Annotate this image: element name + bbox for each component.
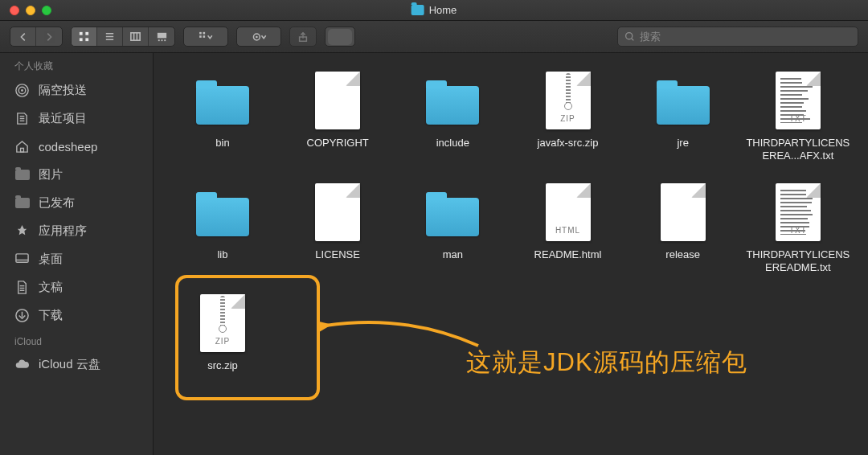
view-list-button[interactable] [97, 27, 123, 46]
window-title: Home [411, 4, 457, 16]
sidebar-item-applications[interactable]: 应用程序 [0, 217, 153, 245]
file-label: include [436, 137, 469, 150]
file-item[interactable]: TXTTHIRDPARTYLICENSEREADME.txt [743, 182, 853, 275]
svg-rect-16 [199, 35, 202, 38]
file-icon: TXT [768, 71, 828, 130]
view-gallery-button[interactable] [149, 27, 174, 46]
svg-point-19 [256, 35, 258, 38]
file-label: jre [677, 137, 688, 150]
file-item[interactable]: LICENSE [283, 182, 392, 275]
sidebar-item-label: 下载 [39, 308, 63, 323]
file-icon [193, 71, 252, 130]
file-icon [653, 182, 713, 242]
tags-button[interactable] [325, 27, 355, 47]
group-sort-dropdown[interactable] [183, 27, 228, 47]
file-item[interactable]: include [398, 71, 507, 163]
file-item[interactable]: jre [628, 71, 738, 163]
file-label: bin [215, 137, 229, 150]
file-icon [308, 71, 367, 130]
svg-rect-31 [16, 254, 28, 262]
sidebar-section-favorites: 个人收藏 [0, 53, 153, 76]
file-item[interactable]: release [628, 182, 738, 275]
title-bar: Home [0, 0, 868, 21]
forward-button[interactable] [36, 27, 62, 46]
file-icon: ZIP [538, 71, 598, 130]
sidebar-item-label: 隔空投送 [39, 83, 87, 98]
sidebar-item-home[interactable]: codesheep [0, 133, 153, 161]
share-button[interactable] [289, 27, 317, 47]
apps-icon [14, 223, 30, 239]
file-icon [193, 182, 252, 242]
file-item[interactable]: bin [168, 71, 277, 163]
file-item[interactable]: lib [168, 182, 277, 275]
svg-rect-13 [164, 39, 166, 41]
search-icon [624, 31, 635, 42]
file-item[interactable]: TXTTHIRDPARTYLICENSEREA...AFX.txt [743, 71, 853, 163]
main-body: 个人收藏 隔空投送 最近项目 codesheep 图片 已发布 应用程序 桌面 [0, 53, 868, 455]
svg-rect-30 [21, 148, 24, 152]
fullscreen-window-button[interactable] [42, 6, 51, 15]
file-item[interactable]: HTMLREADME.html [514, 182, 623, 275]
svg-rect-0 [80, 32, 83, 35]
toolbar [0, 21, 868, 53]
recents-icon [14, 111, 30, 126]
cloud-icon [14, 357, 30, 372]
search-field[interactable] [617, 27, 858, 47]
search-input[interactable] [640, 31, 851, 43]
back-button[interactable] [10, 27, 36, 46]
sidebar-item-label: iCloud 云盘 [39, 357, 100, 372]
sidebar-item-label: codesheep [39, 140, 97, 154]
file-item[interactable]: ZIPjavafx-src.zip [514, 71, 623, 163]
window-controls [10, 6, 51, 15]
sidebar-item-label: 文稿 [39, 280, 63, 295]
svg-rect-12 [161, 39, 162, 41]
sidebar-item-label: 图片 [39, 167, 63, 182]
file-icon [423, 71, 482, 130]
sidebar-item-documents[interactable]: 文稿 [0, 273, 153, 301]
svg-rect-1 [85, 32, 88, 35]
svg-rect-15 [203, 31, 206, 34]
sidebar-item-pictures[interactable]: 图片 [0, 161, 153, 189]
view-columns-button[interactable] [123, 27, 149, 46]
svg-line-23 [632, 39, 633, 40]
file-label: release [665, 248, 700, 261]
sidebar-item-downloads[interactable]: 下载 [0, 301, 153, 330]
file-icon [308, 182, 367, 242]
svg-rect-10 [157, 33, 166, 39]
view-mode-group [71, 27, 175, 47]
minimize-window-button[interactable] [26, 6, 35, 15]
file-label: THIRDPARTYLICENSEREADME.txt [746, 248, 850, 275]
action-menu-dropdown[interactable] [236, 27, 281, 47]
tag-shape-icon [328, 29, 352, 45]
view-icons-button[interactable] [72, 27, 97, 46]
sidebar: 个人收藏 隔空投送 最近项目 codesheep 图片 已发布 应用程序 桌面 [0, 53, 154, 455]
sidebar-item-airdrop[interactable]: 隔空投送 [0, 76, 153, 105]
file-icon [653, 71, 713, 130]
sidebar-item-published[interactable]: 已发布 [0, 189, 153, 217]
airdrop-icon [14, 83, 30, 98]
sidebar-item-icloud-drive[interactable]: iCloud 云盘 [0, 350, 153, 379]
sidebar-item-label: 已发布 [39, 195, 75, 211]
nav-back-forward [10, 27, 63, 47]
sidebar-item-recents[interactable]: 最近项目 [0, 105, 153, 133]
file-label: COPYRIGHT [307, 137, 369, 150]
sidebar-item-label: 桌面 [39, 252, 63, 267]
file-item[interactable]: COPYRIGHT [283, 71, 392, 163]
annotation-highlight-box [175, 275, 320, 400]
file-item[interactable]: man [398, 182, 507, 275]
home-icon [14, 139, 30, 154]
documents-icon [14, 280, 30, 295]
file-label: man [443, 248, 463, 261]
svg-point-26 [21, 89, 23, 92]
sidebar-item-label: 应用程序 [39, 223, 87, 239]
file-label: javafx-src.zip [538, 137, 599, 150]
sidebar-item-desktop[interactable]: 桌面 [0, 245, 153, 273]
home-folder-icon [411, 5, 424, 15]
close-window-button[interactable] [10, 6, 19, 15]
svg-rect-3 [85, 38, 88, 41]
annotation-text: 这就是JDK源码的压缩包 [466, 346, 747, 379]
file-label: README.html [534, 248, 602, 261]
folder-icon [14, 167, 30, 182]
window-title-text: Home [429, 4, 457, 16]
svg-rect-17 [203, 35, 206, 38]
